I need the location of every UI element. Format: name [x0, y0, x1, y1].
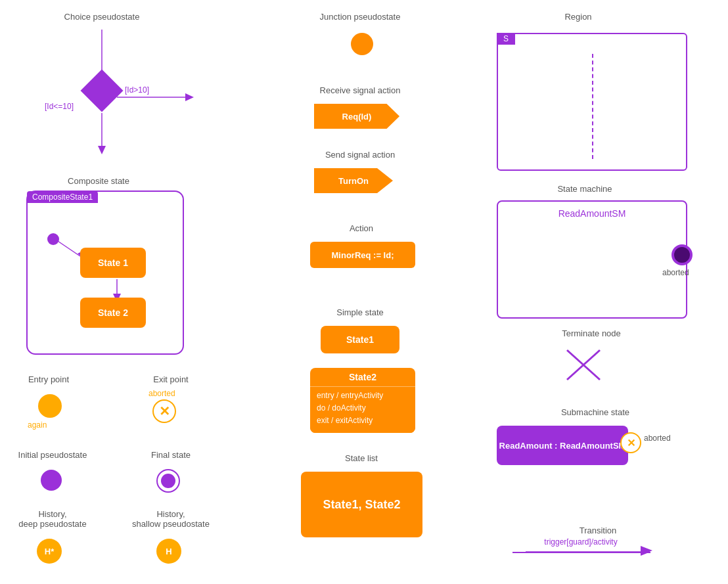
choice-pseudostate-label: Choice pseudostate [53, 12, 151, 22]
transition-text: trigger[guard]/activity [515, 537, 647, 547]
state-machine-box: ReadAmountSM [497, 200, 687, 319]
final-state-label: Final state [138, 450, 204, 460]
exit-point-sublabel: aborted [148, 389, 175, 398]
submachine-exit-x: ✕ [627, 437, 635, 449]
final-state-outer [156, 469, 180, 493]
end-sm-circle [671, 244, 693, 265]
simple-state-box: State1 [321, 326, 399, 353]
action-label: Action [322, 223, 401, 233]
transition-label: Transition [558, 526, 637, 535]
region-label: Region [539, 12, 618, 22]
history-deep-circle: H* [37, 539, 62, 564]
composite-state-label: Composite state [33, 176, 164, 186]
state-machine-name: ReadAmountSM [498, 208, 686, 219]
exit-point-label: Exit point [138, 374, 204, 384]
junction-circle [351, 33, 373, 55]
diagram-canvas: Choice pseudostate [Id>10] [Id<=10] Comp… [0, 0, 728, 584]
initial-pseudostate-circle [41, 470, 62, 491]
composite-initial [47, 233, 59, 245]
exit-x-icon: ✕ [159, 405, 170, 418]
svg-marker-5 [98, 146, 106, 154]
activity2: do / doActivity [317, 402, 409, 415]
receive-signal-label: Receive signal action [307, 85, 413, 95]
simple-state-label: Simple state [314, 307, 406, 317]
entry-point-sublabel: again [28, 420, 47, 430]
history-deep-label: History, deep pseudostate [13, 509, 92, 529]
region-tab: S [497, 33, 515, 45]
submachine-box: ReadAmount : ReadAmountSM [497, 426, 628, 465]
state1-box: State 1 [80, 248, 146, 278]
transition-line [512, 552, 650, 553]
state-list-label: State list [322, 453, 401, 463]
receive-signal-shape: Req(Id) [314, 104, 399, 129]
action-box: MinorReq := Id; [310, 242, 415, 268]
svg-marker-3 [185, 93, 194, 101]
exit-point-circle: ✕ [152, 399, 176, 423]
final-state-inner [161, 474, 175, 488]
choice-diamond [80, 69, 123, 112]
terminate-node-svg [564, 347, 603, 383]
sm-aborted-label: aborted [662, 268, 689, 277]
initial-pseudostate-label: Initial pseudostate [13, 450, 92, 460]
transition-arrow-svg [641, 546, 654, 559]
history-shallow-circle: H [156, 539, 181, 564]
guard-left: [Id<=10] [45, 102, 74, 111]
svg-marker-14 [641, 546, 652, 555]
history-shallow-label: History, shallow pseudostate [131, 509, 210, 529]
state-activities-title: State2 [310, 368, 415, 386]
state2-box: State 2 [80, 298, 146, 328]
region-dashed-divider [592, 54, 593, 159]
state-activities-box: State2 entry / entryActivity do / doActi… [310, 368, 415, 433]
composite-tab: CompositeState1 [27, 191, 98, 203]
state-activities-body: entry / entryActivity do / doActivity ex… [310, 386, 415, 433]
activity1: entry / entryActivity [317, 390, 409, 402]
submachine-exit-circle: ✕ [620, 432, 641, 453]
entry-point-circle [38, 394, 62, 418]
send-signal-shape: TurnOn [314, 168, 393, 193]
send-signal-label: Send signal action [307, 150, 413, 160]
junction-label: Junction pseudostate [307, 12, 413, 22]
submachine-aborted-label: aborted [644, 434, 671, 443]
state-list-box: State1, State2 [301, 472, 422, 537]
region-box: S [497, 33, 687, 171]
terminate-node-label: Terminate node [552, 328, 631, 338]
activity3: exit / exitActivity [317, 415, 409, 427]
entry-point-label: Entry point [16, 374, 81, 384]
submachine-state-label: Submachine state [549, 407, 641, 417]
state-machine-label: State machine [545, 184, 624, 194]
guard-right: [Id>10] [125, 85, 149, 95]
